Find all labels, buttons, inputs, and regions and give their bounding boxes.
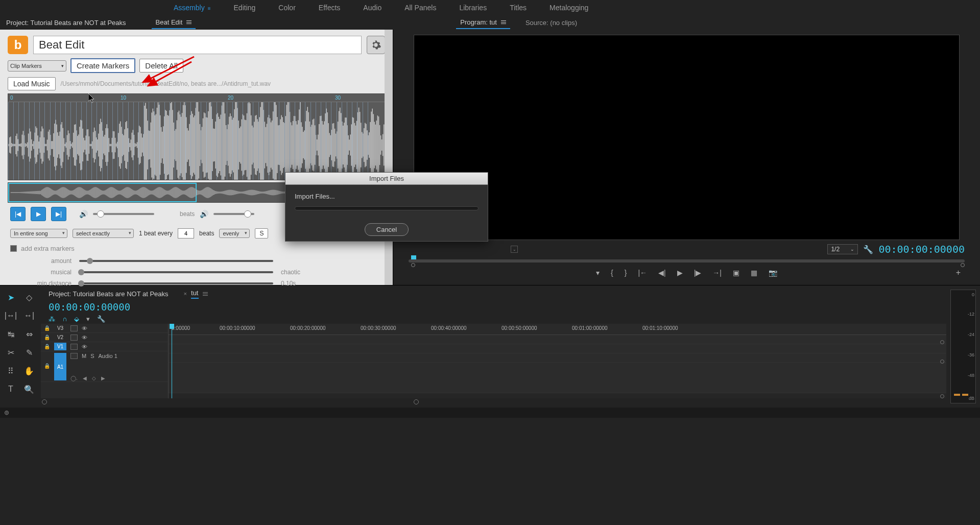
zoom-tool[interactable]: 🔍 — [22, 383, 36, 396]
mark-in-icon[interactable]: ▾ — [596, 269, 600, 277]
play-icon[interactable]: ▶ — [677, 269, 683, 277]
track-v2-label[interactable]: V2 — [54, 333, 66, 341]
tab-close-icon[interactable]: × — [184, 291, 187, 297]
s-button[interactable]: S — [255, 228, 268, 238]
distribution-select[interactable]: evenly — [219, 229, 250, 238]
marker-type-select[interactable]: Clip Markers▾ — [8, 60, 66, 71]
menu-all-panels[interactable]: All Panels — [404, 4, 436, 12]
timeline-tracks-area[interactable]: 0:00000 00:00:10:00000 00:00:20:00000 00… — [169, 324, 946, 398]
panel-menu-icon[interactable] — [186, 20, 192, 24]
linked-icon[interactable]: ∩ — [62, 315, 67, 323]
selection-tool[interactable]: ➤ — [4, 291, 17, 304]
track-toggle[interactable] — [70, 325, 78, 331]
timeline-ruler[interactable]: 0:00000 00:00:10:00000 00:00:20:00000 00… — [169, 324, 946, 335]
menu-titles[interactable]: Titles — [510, 4, 527, 12]
track-select-tool[interactable]: ◇ — [22, 291, 36, 304]
menu-color[interactable]: Color — [278, 4, 295, 12]
settings-icon[interactable]: 🔧 — [863, 245, 873, 254]
rate-tool[interactable]: ↹ — [4, 327, 17, 341]
track-scroll[interactable] — [940, 360, 944, 364]
lock-icon[interactable]: 🔒 — [44, 363, 50, 369]
beat-every-input[interactable] — [178, 228, 194, 238]
menu-editing[interactable]: Editing — [234, 4, 256, 12]
create-markers-button[interactable]: Create Markers — [70, 58, 135, 73]
lock-icon[interactable]: 🔒 — [44, 335, 50, 340]
lock-icon[interactable]: 🔒 — [44, 344, 50, 349]
type-tool[interactable]: T — [4, 383, 17, 396]
cancel-button[interactable]: Cancel — [365, 223, 409, 236]
pen-tool[interactable]: ✎ — [22, 346, 36, 359]
timeline-playhead[interactable] — [172, 324, 172, 398]
monitor-dropdown[interactable]: ⌄ — [511, 246, 518, 253]
creative-cloud-icon[interactable]: ⊚ — [4, 409, 9, 416]
panel-menu-icon[interactable] — [501, 20, 506, 24]
extra-markers-checkbox[interactable] — [10, 245, 17, 252]
resolution-select[interactable]: 1/2⌄ — [827, 244, 858, 254]
musical-slider[interactable] — [79, 271, 273, 273]
settings-button[interactable] — [367, 36, 385, 54]
track-v3-label[interactable]: V3 — [54, 324, 66, 332]
scope-select[interactable]: In entire song — [10, 229, 67, 238]
track-v1-label[interactable]: V1 — [54, 343, 66, 350]
bracket-in-icon[interactable]: { — [611, 269, 613, 277]
menu-assembly[interactable]: Assembly≡ — [174, 4, 211, 12]
marker-icon[interactable]: ⬙ — [74, 315, 79, 323]
visibility-icon[interactable]: 👁 — [82, 335, 87, 341]
sequence-menu-icon[interactable] — [203, 292, 208, 296]
bracket-out-icon[interactable]: } — [625, 269, 627, 277]
add-button-icon[interactable]: + — [956, 268, 961, 277]
visibility-icon[interactable]: 👁 — [82, 344, 87, 350]
program-timecode[interactable]: 00:00:00:00000 — [878, 243, 965, 255]
timeline-sequence-tab[interactable]: tut — [191, 289, 198, 299]
timeline-h-scroll[interactable] — [41, 398, 946, 405]
step-forward-icon[interactable]: |▶ — [694, 269, 702, 277]
hand-tool[interactable]: ⠿ — [4, 364, 17, 377]
beat-edit-tab[interactable]: Beat Edit — [152, 16, 196, 29]
insert-icon[interactable]: ▣ — [733, 269, 739, 277]
overwrite-icon[interactable]: ▦ — [751, 269, 757, 277]
track-toggle[interactable] — [70, 353, 78, 359]
visibility-icon[interactable]: 👁 — [82, 325, 87, 331]
go-to-in-icon[interactable]: |← — [638, 269, 647, 277]
beats-volume-slider[interactable] — [213, 213, 254, 215]
mute-label[interactable]: M — [82, 353, 86, 359]
program-tab[interactable]: Program: tut — [456, 16, 510, 29]
ripple-tool[interactable]: |↔| — [4, 309, 17, 322]
rolling-tool[interactable]: ↔| — [22, 309, 36, 322]
track-toggle[interactable] — [70, 335, 78, 341]
track-scroll[interactable] — [940, 340, 944, 344]
next-beat-button[interactable]: ▶| — [51, 207, 66, 221]
step-back-icon[interactable]: ◀| — [658, 269, 666, 277]
method-select[interactable]: select exactly — [73, 229, 134, 238]
delete-all-button[interactable]: Delete All — [139, 59, 183, 73]
razor-tool[interactable]: ✂ — [4, 346, 17, 359]
waveform-display[interactable]: 0 10 20 30 — [8, 93, 385, 180]
menu-libraries[interactable]: Libraries — [459, 4, 487, 12]
amount-slider[interactable] — [79, 260, 273, 262]
solo-label[interactable]: S — [90, 353, 94, 359]
lock-icon[interactable]: 🔒 — [44, 325, 50, 331]
timeline-timecode[interactable]: 00:00:00:00000 — [49, 301, 130, 313]
volume-slider[interactable] — [93, 213, 154, 215]
snap-icon[interactable]: ⁂ — [49, 315, 55, 323]
program-monitor-viewport[interactable] — [414, 35, 960, 240]
min-distance-slider[interactable] — [79, 282, 273, 284]
track-toggle[interactable] — [70, 344, 78, 350]
track-scroll[interactable] — [940, 394, 944, 398]
timeline-project-tab[interactable]: Project: Tutorial Beats are NOT at Peaks — [49, 290, 169, 298]
keyframe-icon[interactable]: ◯. — [70, 375, 78, 381]
menu-effects[interactable]: Effects — [319, 4, 341, 12]
go-to-out-icon[interactable]: →| — [712, 269, 722, 277]
export-frame-icon[interactable]: 📷 — [769, 269, 777, 277]
wrench-icon[interactable]: 🔧 — [97, 315, 105, 323]
load-music-button[interactable]: Load Music — [8, 77, 56, 90]
next-kf-icon[interactable]: ▶ — [101, 375, 105, 381]
prev-beat-button[interactable]: |◀ — [10, 207, 26, 221]
track-a1-label[interactable]: A1 — [54, 353, 66, 380]
program-scrubber[interactable] — [409, 255, 965, 266]
settings-icon[interactable]: ▾ — [86, 315, 90, 323]
menu-audio[interactable]: Audio — [363, 4, 381, 12]
play-button[interactable]: ▶ — [31, 207, 46, 221]
prev-kf-icon[interactable]: ◀ — [83, 375, 87, 381]
slip-tool[interactable]: ⇔ — [22, 327, 36, 341]
